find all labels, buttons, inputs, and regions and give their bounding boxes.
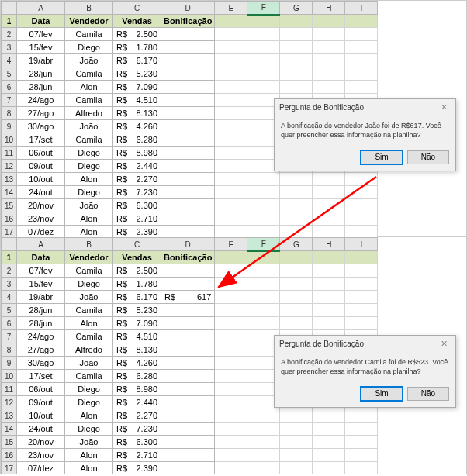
row-header[interactable]: 15 [2,199,17,212]
cell-vendas[interactable]: R$2.500 [113,264,161,278]
cell-bonificacao[interactable] [161,41,215,54]
cell[interactable] [313,54,345,67]
cell[interactable] [215,133,247,147]
cell[interactable] [215,226,247,239]
cell-bonificacao[interactable] [161,186,215,199]
cell-vendedor[interactable]: Camila [65,94,113,107]
cell-data[interactable]: 20/nov [17,436,65,449]
cell[interactable] [247,186,280,199]
cell-vendas[interactable]: R$2.270 [113,173,161,186]
cell-vendedor[interactable]: Diego [65,423,113,436]
row-header[interactable]: 12 [2,160,17,173]
cell-bonificacao[interactable] [161,120,215,133]
cell-bonificacao[interactable] [161,449,215,462]
cell-vendedor[interactable]: João [65,357,113,370]
cell[interactable] [215,81,247,94]
row-header[interactable]: 14 [2,423,17,436]
cell[interactable] [247,423,280,436]
cell-data[interactable]: 09/out [17,160,65,173]
row-header[interactable]: 16 [2,449,17,462]
cell[interactable] [345,212,378,226]
cell-bonificacao[interactable] [161,383,215,396]
cell[interactable] [345,409,378,423]
cell-bonificacao[interactable] [161,330,215,343]
cell-vendas[interactable]: R$6.280 [113,370,161,383]
cell[interactable] [313,251,345,264]
cell[interactable] [215,147,247,160]
cell-bonificacao[interactable] [161,54,215,67]
cell-data[interactable]: 09/out [17,396,65,409]
cell-bonificacao[interactable] [161,133,215,147]
cell-vendas[interactable]: R$7.230 [113,423,161,436]
cell-data[interactable]: 28/jun [17,67,65,81]
cell[interactable] [313,264,345,278]
cell-vendas[interactable]: R$6.170 [113,291,161,304]
cell-bonificacao[interactable] [161,28,215,41]
row-header[interactable]: 3 [2,41,17,54]
table-header-cell[interactable]: Vendedor [65,251,113,264]
cell[interactable] [313,81,345,94]
row-header[interactable]: 13 [2,409,17,423]
cell[interactable] [247,173,280,186]
cell[interactable] [280,462,313,475]
cell-bonificacao[interactable] [161,436,215,449]
cell[interactable] [280,226,313,239]
row-header[interactable]: 4 [2,291,17,304]
cell-data[interactable]: 17/set [17,370,65,383]
cell[interactable] [280,15,313,28]
cell[interactable] [280,449,313,462]
cell-vendas[interactable]: R$1.780 [113,278,161,291]
cell[interactable] [215,370,247,383]
cell[interactable] [247,199,280,212]
cell-data[interactable]: 19/abr [17,291,65,304]
cell-bonificacao[interactable] [161,94,215,107]
cell-vendedor[interactable]: Diego [65,147,113,160]
cell-data[interactable]: 24/out [17,186,65,199]
cell[interactable] [247,449,280,462]
cell[interactable] [215,383,247,396]
cell-vendas[interactable]: R$7.230 [113,186,161,199]
no-button[interactable]: Não [407,387,449,401]
cell[interactable] [280,278,313,291]
row-header[interactable]: 16 [2,212,17,226]
cell[interactable] [280,251,313,264]
cell-bonificacao[interactable] [161,370,215,383]
no-button[interactable]: Não [407,150,449,164]
cell-vendas[interactable]: R$4.260 [113,357,161,370]
row-header[interactable]: 10 [2,370,17,383]
cell-vendas[interactable]: R$4.510 [113,330,161,343]
cell-vendas[interactable]: R$7.090 [113,81,161,94]
cell[interactable] [215,15,247,28]
cell-vendedor[interactable]: João [65,436,113,449]
cell[interactable] [280,423,313,436]
cell[interactable] [247,54,280,67]
cell-vendas[interactable]: R$2.440 [113,396,161,409]
cell-vendedor[interactable]: João [65,291,113,304]
cell[interactable] [345,423,378,436]
cell-vendas[interactable]: R$1.780 [113,41,161,54]
cell[interactable] [345,462,378,475]
cell[interactable] [345,67,378,81]
cell[interactable] [313,15,345,28]
cell[interactable] [280,212,313,226]
cell[interactable] [247,462,280,475]
cell[interactable] [313,28,345,41]
cell[interactable] [345,317,378,330]
cell-bonificacao[interactable] [161,212,215,226]
table-header-cell[interactable]: Vendas [113,251,161,264]
col-header-A[interactable]: A [17,2,65,15]
cell-vendedor[interactable]: Diego [65,278,113,291]
cell-vendas[interactable]: R$2.440 [113,160,161,173]
cell-vendedor[interactable]: Camila [65,67,113,81]
cell[interactable] [215,54,247,67]
row-header[interactable]: 6 [2,317,17,330]
cell[interactable] [215,396,247,409]
cell-data[interactable]: 07/dez [17,462,65,475]
cell[interactable] [345,186,378,199]
row-header[interactable]: 7 [2,330,17,343]
cell[interactable] [215,449,247,462]
cell[interactable] [313,423,345,436]
cell-vendedor[interactable]: Diego [65,396,113,409]
cell[interactable] [280,67,313,81]
cell[interactable] [215,278,247,291]
